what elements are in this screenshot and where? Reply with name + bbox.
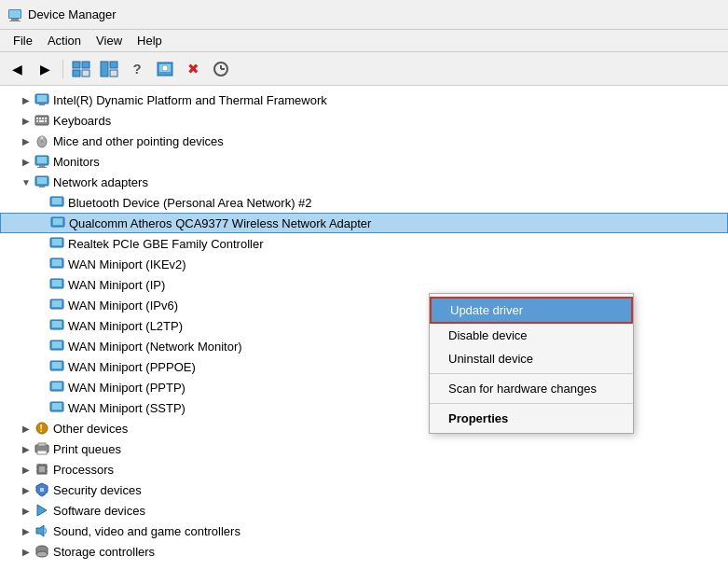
tree-item-bluetooth[interactable]: ▶ Bluetooth Device (Personal Area Networ… [0,192,728,213]
icon-wan-ipv6 [48,298,65,313]
tree-item-storage[interactable]: ▶ Storage controllers [0,541,728,562]
tree-item-network-adapters[interactable]: ▼ Network adapters [0,172,728,192]
expand-icon-sound[interactable]: ▶ [19,523,34,538]
expand-icon-mice[interactable]: ▶ [19,133,34,148]
tree-item-wan-ikev2[interactable]: ▶ WAN Miniport (IKEv2) [0,254,728,274]
menu-bar: File Action View Help [0,30,728,52]
context-menu-sep-1 [430,373,633,374]
svg-rect-32 [37,157,47,163]
tree-item-qualcomm[interactable]: ▶ Qualcomm Atheros QCA9377 Wireless Netw… [0,213,728,233]
expand-icon-monitors[interactable]: ▶ [19,154,34,169]
toolbar-btn-7[interactable]: ✖ [180,56,206,82]
context-menu: Update driver Disable device Uninstall d… [429,293,634,434]
context-menu-scan-hardware[interactable]: Scan for hardware changes [430,377,633,400]
menu-view[interactable]: View [89,32,130,49]
icon-bluetooth [48,195,65,210]
icon-sound [34,523,50,538]
icon-monitors [34,154,50,169]
svg-rect-43 [52,239,62,245]
icon-other-devices: ! [34,421,50,436]
svg-rect-22 [39,118,41,119]
svg-rect-23 [42,118,44,119]
label-sound: Sound, video and game controllers [53,524,240,538]
tree-panel[interactable]: ▶ Intel(R) Dynamic Platform and Thermal … [0,86,728,584]
forward-button[interactable]: ▶ [32,56,58,82]
label-network-adapters: Network adapters [53,175,148,189]
context-menu-update-driver[interactable]: Update driver [430,297,633,324]
icon-print-queues [34,441,50,456]
icon-wan-pptp [48,380,65,395]
tree-item-wan-ip[interactable]: ▶ WAN Miniport (IP) [0,274,728,295]
tree-item-security-devices[interactable]: ▶ Security devices [0,480,728,500]
svg-rect-39 [52,198,62,204]
menu-action[interactable]: Action [40,32,89,49]
tree-item-processors[interactable]: ▶ Processors [0,459,728,480]
svg-rect-7 [82,70,89,76]
icon-realtek [48,236,65,251]
menu-file[interactable]: File [6,32,40,49]
tree-item-mice[interactable]: ▶ Mice and other pointing devices [0,131,728,151]
label-wan-pppoe: WAN Miniport (PPPOE) [68,360,196,374]
label-other-devices: Other devices [53,422,128,436]
tree-item-keyboards[interactable]: ▶ Keyboards [0,110,728,131]
title-bar-icon [7,7,22,22]
svg-rect-45 [52,259,62,266]
menu-help[interactable]: Help [130,32,170,49]
expand-icon-other-devices[interactable]: ▶ [19,421,34,436]
svg-rect-4 [73,62,80,68]
svg-rect-25 [36,120,38,122]
toolbar-btn-6[interactable] [152,56,178,82]
svg-rect-33 [39,165,45,167]
label-wan-ikev2: WAN Miniport (IKEv2) [68,257,186,271]
tree-item-print-queues[interactable]: ▶ Print queues [0,438,728,459]
svg-rect-47 [52,280,62,286]
label-storage: Storage controllers [53,545,155,559]
svg-rect-34 [37,167,47,168]
expand-icon-software-devices[interactable]: ▶ [19,503,34,518]
svg-rect-27 [45,120,47,122]
expand-icon-keyboards[interactable]: ▶ [19,113,34,128]
svg-rect-3 [9,10,21,18]
svg-rect-41 [53,218,62,225]
svg-rect-2 [9,21,21,21]
expand-icon-network[interactable]: ▼ [19,174,34,189]
expand-icon-storage[interactable]: ▶ [19,544,34,559]
svg-point-13 [162,65,168,71]
tree-item-software-devices[interactable]: ▶ Software devices [0,500,728,521]
expand-icon-security-devices[interactable]: ▶ [19,482,34,497]
label-bluetooth: Bluetooth Device (Personal Area Network)… [68,196,312,210]
label-software-devices: Software devices [53,504,145,518]
toolbar-btn-8[interactable] [208,56,234,82]
icon-wan-l2tp [48,318,65,333]
toolbar-btn-4[interactable] [96,56,122,82]
context-menu-uninstall-device[interactable]: Uninstall device [430,347,633,370]
expand-icon-intel[interactable]: ▶ [19,92,34,107]
tree-item-intel[interactable]: ▶ Intel(R) Dynamic Platform and Thermal … [0,90,728,110]
svg-rect-59 [52,403,62,410]
svg-rect-57 [52,382,62,389]
label-qualcomm: Qualcomm Atheros QCA9377 Wireless Networ… [69,216,371,230]
label-wan-ipv6: WAN Miniport (IPv6) [68,299,178,313]
expand-icon-print-queues[interactable]: ▶ [19,441,34,456]
toolbar-separator-1 [62,60,63,78]
expand-icon-processors[interactable]: ▶ [19,462,34,477]
svg-rect-37 [39,186,45,188]
tree-item-monitors[interactable]: ▶ Monitors [0,151,728,172]
icon-wan-pppoe [48,359,65,374]
svg-rect-19 [39,104,45,105]
toolbar-btn-3[interactable] [68,56,94,82]
toolbar-btn-help[interactable]: ? [124,56,150,82]
svg-rect-51 [52,321,62,327]
svg-rect-6 [73,70,80,76]
label-processors: Processors [53,463,114,477]
tree-item-sound[interactable]: ▶ Sound, video and game controllers [0,521,728,541]
context-menu-properties[interactable]: Properties [430,407,633,430]
svg-rect-8 [101,62,108,76]
back-button[interactable]: ◀ [4,56,30,82]
svg-rect-53 [52,341,62,348]
svg-rect-49 [52,300,62,307]
svg-rect-5 [82,62,89,68]
label-wan-ip: WAN Miniport (IP) [68,278,165,292]
context-menu-disable-device[interactable]: Disable device [430,324,633,347]
tree-item-realtek[interactable]: ▶ Realtek PCIe GBE Family Controller [0,233,728,254]
